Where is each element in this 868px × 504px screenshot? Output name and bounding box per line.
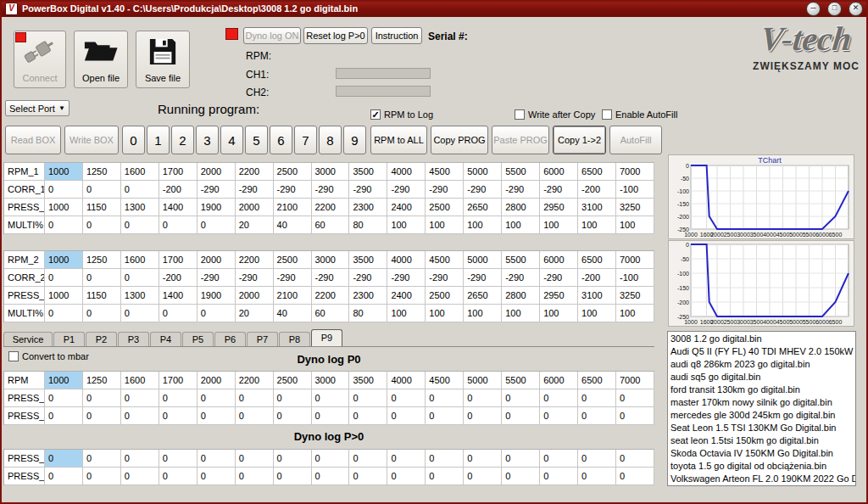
table-cell[interactable]: 2500 — [426, 287, 464, 305]
table-cell[interactable]: 0 — [349, 468, 387, 485]
table-cell[interactable]: 0 — [349, 407, 387, 425]
table-cell[interactable]: 100 — [502, 305, 540, 322]
maximize-button[interactable]: □ — [827, 2, 842, 16]
table-cell[interactable]: 100 — [616, 216, 654, 234]
table-cell[interactable]: -200 — [159, 269, 198, 287]
table-cell[interactable]: 1700 — [159, 251, 198, 269]
digit-button-9[interactable]: 9 — [343, 126, 366, 154]
table-cell[interactable]: 0 — [274, 468, 312, 485]
digit-button-1[interactable]: 1 — [147, 126, 170, 154]
digit-button-0[interactable]: 0 — [122, 126, 145, 154]
tab-p6[interactable]: P6 — [214, 332, 246, 346]
table-cell[interactable]: 100 — [502, 216, 540, 234]
table-cell[interactable]: -290 — [387, 269, 426, 287]
digit-button-5[interactable]: 5 — [245, 126, 268, 154]
table-cell[interactable]: 3000 — [312, 251, 350, 269]
table-cell[interactable]: 2800 — [502, 287, 540, 305]
table-cell[interactable]: 3250 — [616, 287, 654, 305]
table-cell[interactable]: 2650 — [464, 287, 502, 305]
table-cell[interactable]: 7000 — [616, 163, 654, 181]
table-cell[interactable]: 2500 — [274, 372, 312, 389]
table-cell[interactable]: 0 — [83, 269, 121, 287]
digit-button-8[interactable]: 8 — [319, 126, 342, 154]
table-cell[interactable]: 7000 — [616, 251, 654, 269]
table-cell[interactable]: 0 — [578, 468, 616, 485]
table-cell[interactable]: -290 — [540, 269, 578, 287]
table-cell[interactable]: 0 — [616, 468, 654, 485]
file-list-item[interactable]: mercedes gle 300d 245km go digital.bin — [670, 409, 855, 422]
table-cell[interactable]: 0 — [387, 407, 426, 425]
table-cell[interactable]: -290 — [312, 181, 350, 199]
table-cell[interactable]: 40 — [274, 305, 312, 322]
table-cell[interactable]: 2200 — [236, 372, 274, 389]
table-cell[interactable]: 2300 — [349, 287, 387, 305]
table-cell[interactable]: 0 — [198, 389, 236, 407]
table-cell[interactable]: 0 — [83, 216, 121, 234]
table-cell[interactable]: 4500 — [426, 372, 464, 389]
table-cell[interactable]: 2950 — [540, 287, 578, 305]
checkbox-box[interactable] — [602, 109, 612, 120]
table-cell[interactable]: 0 — [83, 305, 121, 322]
table-cell[interactable]: 2400 — [387, 199, 426, 216]
table-cell[interactable]: 20 — [236, 305, 274, 322]
table-cell[interactable]: 1600 — [121, 251, 159, 269]
table-cell[interactable]: 0 — [236, 407, 274, 425]
table-cell[interactable]: 0 — [426, 389, 464, 407]
table-cell[interactable]: 100 — [464, 305, 502, 322]
table-cell[interactable]: 0 — [464, 407, 502, 425]
table-cell[interactable]: 0 — [274, 407, 312, 425]
table-cell[interactable]: 0 — [121, 389, 159, 407]
reset-log-button[interactable]: Reset log P>0 — [303, 27, 368, 44]
table-cell[interactable]: 0 — [121, 216, 159, 234]
table-cell[interactable]: -290 — [349, 181, 387, 199]
table-cell[interactable]: 3100 — [578, 287, 616, 305]
table-cell[interactable]: 100 — [616, 305, 654, 322]
table-cell[interactable]: 0 — [312, 450, 350, 468]
table-cell[interactable]: -290 — [426, 269, 464, 287]
table-cell[interactable]: 6000 — [540, 163, 578, 181]
table-cell[interactable]: 0 — [540, 389, 578, 407]
file-list-item[interactable]: audi sq5 go digital.bin — [670, 371, 855, 384]
table-cell[interactable]: 2000 — [236, 199, 274, 216]
table-cell[interactable]: 1000 — [45, 372, 83, 389]
table-cell[interactable]: 0 — [616, 389, 654, 407]
table-cell[interactable]: 0 — [464, 468, 502, 485]
table-cell[interactable]: 2500 — [274, 251, 312, 269]
file-list-item[interactable]: Audi Q5 II (FY FL) 40 TDI MHEV 2.0 150kW… — [670, 345, 855, 358]
digit-button-3[interactable]: 3 — [196, 126, 219, 154]
table-cell[interactable]: -290 — [502, 181, 540, 199]
table-cell[interactable]: 2200 — [236, 251, 274, 269]
table-cell[interactable]: -100 — [616, 181, 654, 199]
table-cell[interactable]: -290 — [387, 181, 426, 199]
table-cell[interactable]: 1400 — [159, 199, 198, 216]
table-cell[interactable]: 6000 — [540, 372, 578, 389]
file-list-item[interactable]: Seat Leon 1.5 TSI 130KM Go Digital.bin — [670, 422, 855, 434]
autofill-button[interactable]: AutoFill — [609, 126, 662, 154]
file-list-item[interactable]: audi q8 286km 2023 go digital.bin — [670, 358, 855, 371]
table-cell[interactable]: 5500 — [502, 251, 540, 269]
table-cell[interactable]: 0 — [387, 468, 426, 485]
instruction-button[interactable]: Instruction — [371, 27, 422, 44]
table-cell[interactable]: 60 — [312, 305, 350, 322]
checkbox-box[interactable]: ✓ — [370, 109, 381, 120]
table-cell[interactable]: 2200 — [236, 163, 274, 181]
table-cell[interactable]: 0 — [274, 450, 312, 468]
table-cell[interactable]: 0 — [121, 269, 159, 287]
table-cell[interactable]: 0 — [121, 181, 159, 199]
table-cell[interactable]: 0 — [121, 450, 159, 468]
open-file-button[interactable]: Open file — [74, 31, 128, 88]
table-cell[interactable]: 0 — [464, 389, 502, 407]
table-cell[interactable]: 1250 — [83, 372, 121, 389]
tab-p3[interactable]: P3 — [118, 332, 149, 346]
table-cell[interactable]: 0 — [349, 389, 387, 407]
table-cell[interactable]: 6500 — [578, 251, 616, 269]
table-cell[interactable]: -290 — [540, 181, 578, 199]
table-cell[interactable]: 1250 — [83, 163, 121, 181]
table-cell[interactable]: 0 — [159, 305, 198, 322]
table-cell[interactable]: 1000 — [45, 163, 83, 181]
table-cell[interactable]: -200 — [578, 181, 616, 199]
table-cell[interactable]: -200 — [578, 269, 616, 287]
table-cell[interactable]: 0 — [616, 407, 654, 425]
table-cell[interactable]: 2500 — [274, 163, 312, 181]
table-cell[interactable]: 100 — [387, 216, 426, 234]
